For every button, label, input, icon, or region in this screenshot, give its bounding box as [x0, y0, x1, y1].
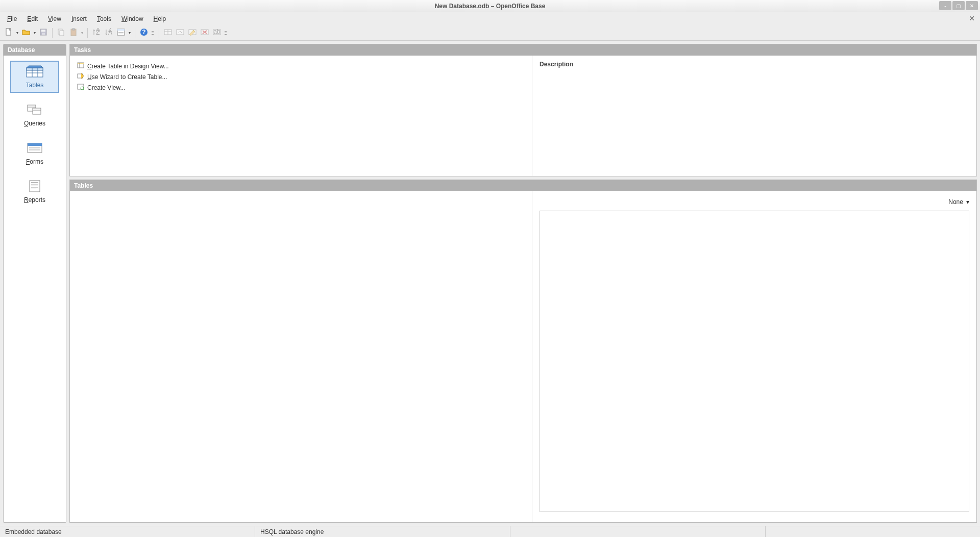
svg-line-24 [203, 31, 207, 34]
tables-list[interactable] [70, 191, 532, 522]
sidebar-item-tables[interactable]: Tables [10, 61, 59, 93]
svg-line-53 [83, 89, 84, 90]
status-cell-3 [510, 526, 766, 537]
preview-mode-dropdown[interactable]: None ▾ [948, 196, 969, 211]
toolbar-grip[interactable] [225, 28, 229, 39]
copy-icon [57, 28, 65, 38]
menu-tools[interactable]: Tools [92, 14, 116, 24]
svg-rect-18 [164, 30, 172, 35]
svg-rect-2 [41, 30, 45, 32]
chevron-down-icon: ▾ [966, 198, 969, 206]
tasks-list: Create Table in Design View... Use Wizar… [70, 56, 532, 176]
tables-body: None ▾ [70, 191, 976, 522]
sidebar-body: Tables Queries Forms Reports [4, 56, 66, 522]
svg-rect-38 [28, 143, 42, 146]
sidebar-item-reports[interactable]: Reports [10, 175, 59, 208]
svg-text:ab: ab [213, 28, 220, 35]
database-sidebar: Database Tables Queries Forms [3, 44, 66, 523]
svg-text:A: A [96, 28, 100, 33]
toolbar-separator [87, 28, 88, 38]
table-open-icon [176, 28, 184, 38]
close-button[interactable]: ✕ [966, 1, 978, 10]
new-document-icon [5, 28, 13, 38]
folder-open-icon [22, 28, 30, 38]
reports-icon [26, 180, 44, 194]
toolbar-separator [135, 28, 135, 38]
menubar: File Edit View Insert Tools Window Help … [0, 12, 980, 25]
svg-rect-6 [71, 29, 76, 36]
tasks-description: Description [532, 56, 976, 176]
tasks-body: Create Table in Design View... Use Wizar… [70, 56, 976, 176]
tables-icon [26, 65, 44, 80]
task-create-table-wizard[interactable]: Use Wizard to Create Table... [77, 71, 525, 82]
toolbar-grip[interactable] [152, 28, 156, 39]
svg-text:?: ? [142, 29, 145, 36]
sort-descending-icon: ZA [105, 28, 113, 38]
table-delete-icon [201, 28, 209, 38]
paste-dropdown[interactable]: ▾ [80, 31, 84, 35]
sidebar-item-queries[interactable]: Queries [10, 99, 59, 131]
maximize-button[interactable]: ▢ [952, 1, 965, 10]
svg-line-25 [203, 31, 207, 34]
new-table-button[interactable] [162, 28, 174, 39]
sidebar-header: Database [4, 44, 66, 56]
svg-rect-14 [118, 32, 124, 33]
svg-text:A: A [108, 29, 112, 36]
sort-asc-button[interactable]: AZ [91, 28, 102, 39]
help-button[interactable]: ? [138, 28, 150, 39]
paste-icon [69, 28, 78, 38]
tasks-panel: Tasks Create Table in Design View... Use… [69, 44, 977, 176]
sort-ascending-icon: AZ [92, 28, 101, 38]
delete-table-button[interactable] [199, 28, 210, 39]
new-button[interactable] [3, 28, 14, 39]
svg-rect-48 [78, 63, 84, 64]
sidebar-item-forms[interactable]: Forms [10, 137, 59, 169]
svg-rect-22 [189, 30, 196, 35]
sidebar-item-label: Reports [24, 196, 45, 203]
svg-rect-43 [31, 184, 38, 185]
minimize-button[interactable]: ‐ [939, 1, 951, 10]
svg-rect-45 [31, 187, 38, 188]
new-dropdown[interactable]: ▾ [15, 31, 19, 35]
form-button[interactable] [115, 28, 127, 39]
tables-panel: Tables None ▾ [69, 180, 977, 523]
sort-desc-button[interactable]: ZA [103, 28, 114, 39]
task-create-view[interactable]: Create View... [77, 82, 525, 93]
rename-table-button[interactable]: ab [211, 28, 223, 39]
svg-rect-3 [42, 33, 45, 35]
open-table-button[interactable] [175, 28, 186, 39]
menu-view[interactable]: View [43, 14, 66, 24]
svg-rect-29 [27, 68, 43, 70]
save-icon [39, 28, 47, 38]
menu-window[interactable]: Window [116, 14, 149, 24]
task-label: Create Table in Design View... [87, 63, 169, 70]
sidebar-item-label: Forms [26, 158, 43, 165]
menu-help[interactable]: Help [149, 14, 172, 24]
tables-header: Tables [70, 180, 976, 191]
copy-button[interactable] [56, 28, 67, 39]
paste-button[interactable] [68, 28, 79, 39]
edit-table-button[interactable] [187, 28, 198, 39]
save-button[interactable] [38, 28, 49, 39]
menu-insert[interactable]: Insert [66, 14, 92, 24]
svg-rect-5 [60, 31, 64, 36]
open-button[interactable] [20, 28, 32, 39]
svg-rect-44 [31, 186, 38, 186]
svg-rect-15 [118, 34, 124, 34]
menu-edit[interactable]: Edit [22, 14, 43, 24]
tables-preview-pane: None ▾ [532, 191, 976, 522]
document-close-button[interactable]: ✕ [969, 14, 975, 22]
form-dropdown[interactable]: ▾ [128, 31, 132, 35]
svg-rect-21 [177, 30, 184, 35]
status-engine: HSQL database engine [255, 526, 510, 537]
preview-box [540, 211, 969, 512]
menu-file[interactable]: File [2, 14, 22, 24]
right-panels: Tasks Create Table in Design View... Use… [69, 44, 977, 523]
task-create-table-design[interactable]: Create Table in Design View... [77, 61, 525, 71]
queries-icon [26, 103, 44, 118]
main-area: Database Tables Queries Forms [0, 41, 980, 526]
open-dropdown[interactable]: ▾ [33, 31, 37, 35]
window-buttons: ‐ ▢ ✕ [939, 1, 978, 10]
titlebar: New Database.odb – OpenOffice Base ‐ ▢ ✕ [0, 0, 980, 12]
main-toolbar: ▾ ▾ ▾ AZ ZA ▾ [0, 25, 980, 41]
